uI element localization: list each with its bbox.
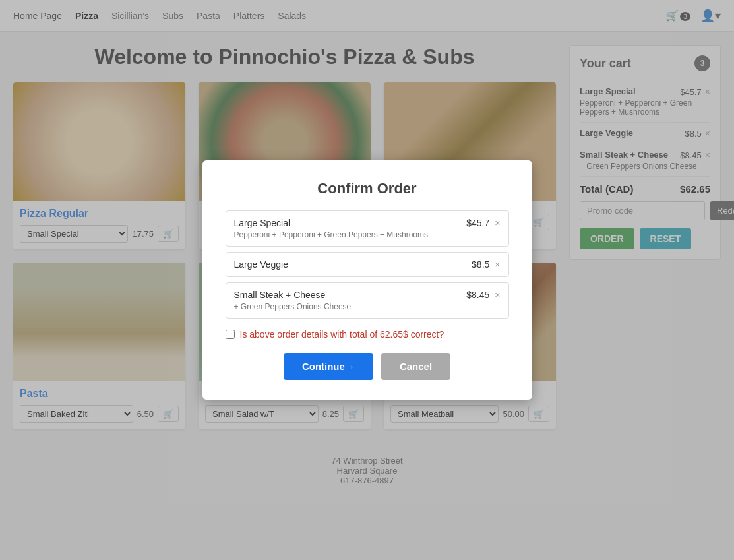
modal-item-2-right: $8.45 × — [466, 290, 500, 300]
cancel-button[interactable]: Cancel — [381, 353, 450, 380]
modal-item-1-right: $8.5 × — [472, 259, 500, 270]
modal-item-2: Small Steak + Cheese + Green Peppers Oni… — [226, 282, 509, 319]
modal-item-0: Large Special Pepperoni + Pepperoni + Gr… — [226, 210, 509, 247]
modal-item-1-left: Large Veggie — [234, 259, 472, 270]
modal-item-2-price: $8.45 — [466, 290, 489, 300]
modal-item-1: Large Veggie $8.5 × — [226, 252, 509, 277]
modal-item-1-price: $8.5 — [472, 259, 489, 270]
modal-overlay: Confirm Order Large Special Pepperoni + … — [0, 0, 734, 560]
modal-item-0-desc: Pepperoni + Pepperoni + Green Peppers + … — [234, 230, 467, 239]
modal-item-2-name: Small Steak + Cheese — [234, 290, 467, 300]
confirm-text: Is above order details with total of 62.… — [240, 329, 444, 340]
modal-item-0-remove[interactable]: × — [495, 218, 500, 228]
modal-item-2-remove[interactable]: × — [495, 290, 500, 300]
modal-item-1-remove[interactable]: × — [495, 259, 500, 270]
confirm-checkbox[interactable] — [226, 330, 235, 339]
modal-item-0-name: Large Special — [234, 218, 467, 228]
modal-item-1-name: Large Veggie — [234, 259, 472, 270]
confirm-order-modal: Confirm Order Large Special Pepperoni + … — [202, 160, 532, 400]
modal-confirm-row: Is above order details with total of 62.… — [226, 329, 509, 340]
continue-button[interactable]: Continue→ — [284, 353, 373, 380]
modal-item-0-left: Large Special Pepperoni + Pepperoni + Gr… — [234, 218, 467, 239]
modal-item-2-left: Small Steak + Cheese + Green Peppers Oni… — [234, 290, 467, 311]
modal-item-0-right: $45.7 × — [466, 218, 500, 228]
modal-item-2-desc: + Green Peppers Onions Cheese — [234, 302, 467, 311]
modal-title: Confirm Order — [226, 180, 509, 197]
modal-buttons: Continue→ Cancel — [226, 353, 509, 380]
modal-item-0-price: $45.7 — [466, 218, 489, 228]
